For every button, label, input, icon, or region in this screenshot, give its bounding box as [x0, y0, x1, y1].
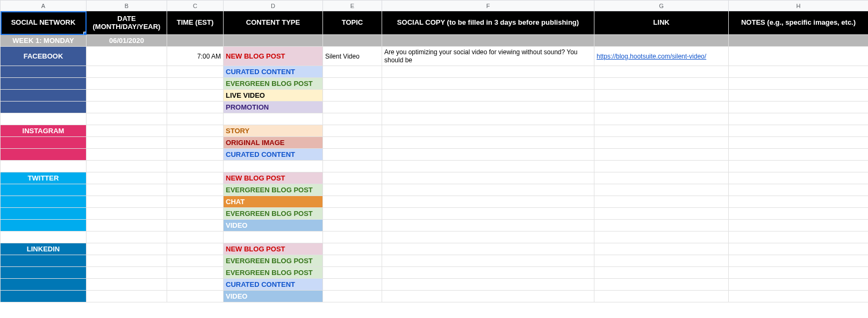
link-cell[interactable] — [594, 78, 729, 90]
link-cell[interactable] — [594, 184, 729, 196]
network-label-facebook[interactable]: FACEBOOK — [1, 47, 87, 66]
topic-cell[interactable] — [323, 66, 382, 78]
content-type-tag[interactable]: EVERGREEN BLOG POST — [224, 267, 323, 279]
header-link[interactable]: LINK — [594, 11, 729, 35]
time-cell[interactable] — [167, 125, 224, 137]
date-cell[interactable] — [87, 184, 167, 196]
empty-cell[interactable] — [87, 161, 167, 172]
network-cell-linkedin[interactable] — [1, 291, 87, 302]
empty-cell[interactable] — [167, 113, 224, 125]
empty-cell[interactable] — [87, 232, 167, 243]
topic-cell[interactable] — [323, 291, 382, 302]
time-cell[interactable] — [167, 172, 224, 184]
network-label-linkedin[interactable]: LINKEDIN — [1, 243, 87, 255]
network-cell-twitter[interactable] — [1, 196, 87, 208]
notes-cell[interactable] — [729, 184, 869, 196]
col-header-A[interactable]: A — [1, 1, 87, 11]
network-cell-facebook[interactable] — [1, 102, 87, 113]
content-type-tag[interactable]: CHAT — [224, 196, 323, 208]
content-type-tag[interactable]: NEW BLOG POST — [224, 47, 323, 66]
notes-cell[interactable] — [729, 102, 869, 113]
notes-cell[interactable] — [729, 279, 869, 291]
topic-cell[interactable] — [323, 172, 382, 184]
topic-cell[interactable] — [323, 78, 382, 90]
topic-cell[interactable] — [323, 184, 382, 196]
empty-cell[interactable] — [167, 232, 224, 243]
notes-cell[interactable] — [729, 267, 869, 279]
network-cell-facebook[interactable] — [1, 66, 87, 78]
empty-cell[interactable] — [382, 161, 594, 172]
date-cell[interactable] — [87, 196, 167, 208]
header-social-network[interactable]: SOCIAL NETWORK — [1, 11, 87, 35]
network-cell-facebook[interactable] — [1, 90, 87, 102]
link-cell[interactable] — [594, 243, 729, 255]
network-cell-twitter[interactable] — [1, 208, 87, 220]
link-cell[interactable] — [594, 279, 729, 291]
topic-cell[interactable]: Silent Video — [323, 47, 382, 66]
content-type-tag[interactable]: CURATED CONTENT — [224, 66, 323, 78]
link-cell[interactable] — [594, 90, 729, 102]
content-type-tag[interactable]: CURATED CONTENT — [224, 149, 323, 161]
time-cell[interactable] — [167, 102, 224, 113]
social-copy-cell[interactable] — [382, 279, 594, 291]
notes-cell[interactable] — [729, 90, 869, 102]
link-cell[interactable] — [594, 291, 729, 302]
content-type-tag[interactable]: PROMOTION — [224, 102, 323, 113]
network-label-instagram[interactable]: INSTAGRAM — [1, 125, 87, 137]
network-cell-facebook[interactable] — [1, 78, 87, 90]
date-cell[interactable] — [87, 172, 167, 184]
notes-cell[interactable] — [729, 291, 869, 302]
social-copy-cell[interactable] — [382, 66, 594, 78]
topic-cell[interactable] — [323, 220, 382, 232]
network-label-twitter[interactable]: TWITTER — [1, 172, 87, 184]
social-copy-cell[interactable] — [382, 149, 594, 161]
time-cell[interactable]: 7:00 AM — [167, 47, 224, 66]
link-cell[interactable] — [594, 125, 729, 137]
link-cell[interactable] — [594, 137, 729, 149]
notes-cell[interactable] — [729, 196, 869, 208]
date-cell[interactable] — [87, 47, 167, 66]
notes-cell[interactable] — [729, 78, 869, 90]
date-cell[interactable] — [87, 137, 167, 149]
social-copy-cell[interactable] — [382, 90, 594, 102]
date-cell[interactable] — [87, 267, 167, 279]
empty-cell[interactable] — [323, 161, 382, 172]
notes-cell[interactable] — [729, 208, 869, 220]
col-header-H[interactable]: H — [729, 1, 869, 11]
content-type-tag[interactable]: VIDEO — [224, 220, 323, 232]
social-copy-cell[interactable] — [382, 208, 594, 220]
date-cell[interactable] — [87, 90, 167, 102]
header-social-copy[interactable]: SOCIAL COPY (to be filled in 3 days befo… — [382, 11, 594, 35]
date-cell[interactable] — [87, 125, 167, 137]
link-cell[interactable] — [594, 66, 729, 78]
empty-cell[interactable] — [594, 232, 729, 243]
network-cell-linkedin[interactable] — [1, 279, 87, 291]
topic-cell[interactable] — [323, 279, 382, 291]
content-type-tag[interactable]: NEW BLOG POST — [224, 172, 323, 184]
section-label[interactable]: WEEK 1: MONDAY — [1, 35, 87, 47]
time-cell[interactable] — [167, 66, 224, 78]
date-cell[interactable] — [87, 208, 167, 220]
empty-cell[interactable] — [729, 113, 869, 125]
content-type-tag[interactable]: LIVE VIDEO — [224, 90, 323, 102]
date-cell[interactable] — [87, 243, 167, 255]
content-type-tag[interactable]: CURATED CONTENT — [224, 279, 323, 291]
empty-cell[interactable] — [224, 113, 323, 125]
empty-cell[interactable] — [224, 161, 323, 172]
col-header-E[interactable]: E — [323, 1, 382, 11]
header-time[interactable]: TIME (EST) — [167, 11, 224, 35]
empty-cell[interactable] — [382, 232, 594, 243]
topic-cell[interactable] — [323, 255, 382, 267]
link-cell[interactable] — [594, 267, 729, 279]
network-cell-twitter[interactable] — [1, 184, 87, 196]
social-copy-cell[interactable]: Are you optimizing your social video for… — [382, 47, 594, 66]
time-cell[interactable] — [167, 90, 224, 102]
link-cell[interactable] — [594, 102, 729, 113]
date-cell[interactable] — [87, 102, 167, 113]
empty-cell[interactable] — [1, 113, 87, 125]
social-copy-cell[interactable] — [382, 243, 594, 255]
content-type-tag[interactable]: EVERGREEN BLOG POST — [224, 184, 323, 196]
social-copy-cell[interactable] — [382, 184, 594, 196]
network-cell-instagram[interactable] — [1, 137, 87, 149]
social-copy-cell[interactable] — [382, 125, 594, 137]
